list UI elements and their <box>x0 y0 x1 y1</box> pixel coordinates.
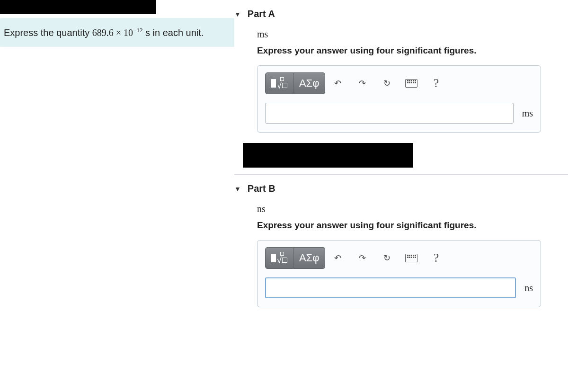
part-a-unit-suffix: ms <box>522 108 533 119</box>
part-b-header[interactable]: ▼ Part B <box>234 179 568 204</box>
part-b-unit-label: ns <box>257 204 568 214</box>
part-b-title: Part B <box>248 183 275 194</box>
part-a-title: Part A <box>248 9 275 19</box>
greek-button[interactable]: ΑΣφ <box>293 72 326 94</box>
part-a-header[interactable]: ▼ Part A <box>234 5 568 29</box>
help-button[interactable]: ? <box>424 247 448 269</box>
undo-icon: ↶ <box>334 78 341 89</box>
part-b-instruction: Express your answer using four significa… <box>257 220 568 231</box>
greek-label: ΑΣφ <box>299 252 320 264</box>
prompt-suffix: s in each unit. <box>142 27 204 38</box>
redo-button[interactable]: ↷ <box>350 247 374 269</box>
prompt-prefix: Express the quantity <box>4 27 92 38</box>
keyboard-button[interactable] <box>399 72 424 94</box>
collapse-icon: ▼ <box>234 185 241 193</box>
help-button[interactable]: ? <box>424 72 448 94</box>
greek-label: ΑΣφ <box>299 77 320 89</box>
prompt-value: 689.6 <box>92 27 114 38</box>
part-b-toolbar: √ ΑΣφ ↶ ↷ <box>265 247 533 269</box>
part-divider <box>234 174 568 175</box>
keyboard-button[interactable] <box>399 247 424 269</box>
part-b-answer-panel: √ ΑΣφ ↶ ↷ <box>257 240 541 307</box>
keyboard-icon <box>405 79 417 88</box>
prompt-exponent: −12 <box>133 27 142 34</box>
collapse-icon: ▼ <box>234 10 241 18</box>
part-a-toolbar: √ ΑΣφ ↶ ↷ <box>265 72 533 94</box>
undo-icon: ↶ <box>334 253 341 263</box>
part-b-block: ▼ Part B ns Express your answer using fo… <box>234 179 568 307</box>
prompt-times: × <box>114 27 124 38</box>
redo-icon: ↷ <box>359 253 366 263</box>
templates-button[interactable]: √ <box>265 247 293 269</box>
reset-icon: ↻ <box>383 78 390 89</box>
reset-button[interactable]: ↻ <box>374 72 399 94</box>
redo-button[interactable]: ↷ <box>350 72 374 94</box>
redacted-header <box>0 0 156 14</box>
greek-button[interactable]: ΑΣφ <box>293 247 326 269</box>
keyboard-icon <box>405 254 417 262</box>
reset-icon: ↻ <box>383 253 390 263</box>
redacted-submit <box>243 143 413 168</box>
prompt-base: 10 <box>124 27 133 38</box>
redo-icon: ↷ <box>359 78 366 89</box>
part-a-instruction: Express your answer using four significa… <box>257 45 568 56</box>
part-b-unit-suffix: ns <box>524 283 533 294</box>
templates-icon: √ <box>271 252 287 265</box>
question-prompt: Express the quantity 689.6 × 10−12 s in … <box>0 18 234 47</box>
help-icon: ? <box>434 251 439 265</box>
templates-button[interactable]: √ <box>265 72 293 94</box>
part-a-unit-label: ms <box>257 29 568 40</box>
help-icon: ? <box>434 76 439 90</box>
part-a-answer-input[interactable] <box>265 103 514 124</box>
part-a-answer-panel: √ ΑΣφ ↶ ↷ <box>257 65 541 133</box>
reset-button[interactable]: ↻ <box>374 247 399 269</box>
part-a-block: ▼ Part A ms Express your answer using fo… <box>234 5 568 133</box>
undo-button[interactable]: ↶ <box>325 247 350 269</box>
templates-icon: √ <box>271 77 287 90</box>
part-b-answer-input[interactable] <box>265 277 516 298</box>
undo-button[interactable]: ↶ <box>325 72 350 94</box>
